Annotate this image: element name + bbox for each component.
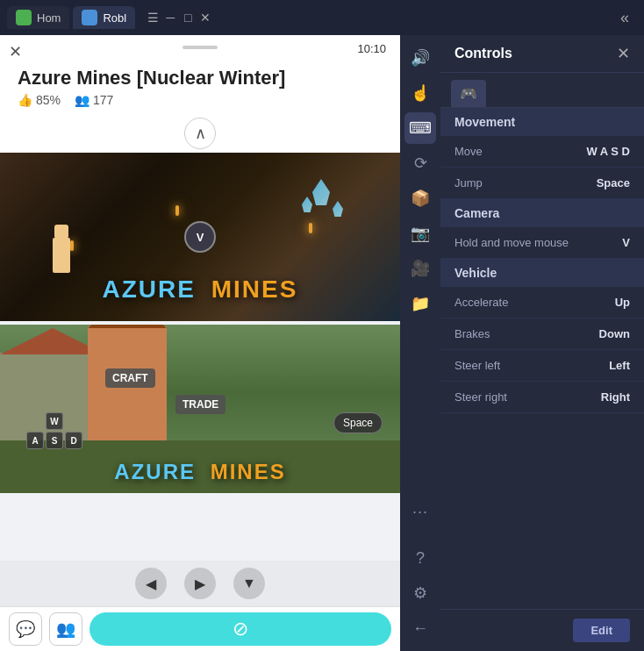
maximize-button[interactable]: □ [181, 11, 195, 25]
craft-label: CRAFT [105, 368, 155, 388]
rating-value: 85% [36, 93, 61, 107]
bottom-bar: 💬 👥 ⊘ [0, 606, 400, 651]
jump-control-row: Jump Space [440, 168, 644, 199]
camera-section-header: Camera [440, 199, 644, 227]
play-bar-icon: ⊘ [233, 618, 248, 640]
jump-label: Jump [454, 176, 483, 190]
main-layout: ✕ 10:10 Azure Mines [Nuclear Winter] 👍 8… [0, 35, 644, 651]
volume-button[interactable]: 🔊 [404, 42, 436, 74]
accelerate-label: Accelerate [454, 296, 508, 309]
apk-button[interactable]: 📦 [404, 182, 436, 214]
close-window-button[interactable]: ✕ [198, 11, 212, 25]
forward-button[interactable]: ▼ [233, 568, 265, 599]
help-button[interactable]: ? [404, 542, 436, 574]
controls-panel: Controls ✕ 🎮 Movement Move W A S D Jump … [440, 35, 644, 651]
move-key: W A S D [586, 145, 630, 158]
azure-mines-logo-1: AZURE MINES [103, 275, 298, 304]
minimize-button[interactable]: ─ [163, 11, 177, 25]
camera-key: V [622, 236, 630, 249]
brakes-key: Down [599, 327, 630, 340]
tab-home[interactable]: Hom [7, 6, 69, 29]
settings-button[interactable]: ⚙ [404, 577, 436, 609]
players-icon: 👥 [75, 93, 89, 107]
rating-stat: 👍 85% [18, 93, 61, 107]
controls-title: Controls [454, 46, 512, 61]
space-key: Space [333, 412, 383, 433]
movement-section-header: Movement [440, 108, 644, 136]
accelerate-key: Up [615, 296, 630, 309]
keyboard-button[interactable]: ⌨ [404, 112, 436, 144]
roblox-tab-label: Robl [103, 11, 126, 25]
left-panel: ✕ 10:10 Azure Mines [Nuclear Winter] 👍 8… [0, 35, 400, 651]
game-info-header: ✕ 10:10 Azure Mines [Nuclear Winter] 👍 8… [0, 35, 400, 114]
users-button[interactable]: 👥 [49, 612, 82, 646]
screenshot-2: CRAFT TRADE Space W A S D AZURE [0, 325, 400, 493]
play-button[interactable]: ▶ [184, 568, 216, 599]
camera-button[interactable]: 📷 [404, 218, 436, 249]
s-key: S [46, 432, 63, 449]
screenshots-area: V AZURE MINES [0, 153, 400, 561]
screenshot-1-overlay: AZURE MINES [0, 153, 400, 321]
brakes-label: Brakes [454, 327, 490, 340]
play-bar[interactable]: ⊘ [89, 612, 391, 646]
folder-button[interactable]: 📁 [404, 288, 436, 319]
wasd-bottom-row: A S D [26, 432, 82, 449]
vehicle-section-header: Vehicle [440, 259, 644, 287]
menu-button[interactable]: ☰ [146, 11, 160, 25]
trade-label: TRADE [175, 395, 225, 414]
chat-button[interactable]: 💬 [9, 612, 42, 646]
steer-right-key: Right [601, 390, 630, 404]
roblox-tab-icon [82, 10, 97, 25]
rotate-button[interactable]: ⟳ [404, 147, 436, 179]
tab-roblox[interactable]: Robl [73, 6, 135, 29]
w-key: W [46, 412, 63, 430]
azure-text-1: AZURE [103, 275, 196, 303]
steer-left-control-row: Steer left Left [440, 350, 644, 382]
back-button[interactable]: ← [404, 612, 436, 644]
up-arrow-icon: ∧ [195, 124, 206, 143]
building-2-roof [88, 325, 167, 328]
steer-right-control-row: Steer right Right [440, 382, 644, 413]
players-value: 177 [93, 93, 113, 107]
move-control-row: Move W A S D [440, 136, 644, 168]
close-button[interactable]: ✕ [9, 42, 22, 61]
steer-right-label: Steer right [454, 390, 507, 404]
players-stat: 👥 177 [75, 93, 113, 107]
move-label: Move [454, 145, 483, 158]
mines-text-2: MINES [211, 460, 286, 483]
rewind-button[interactable]: ◀ [135, 568, 167, 599]
camera-label: Hold and move mouse [454, 236, 569, 249]
scroll-indicator [182, 46, 218, 49]
gamepad-tab[interactable]: 🎮 [451, 80, 486, 107]
collapse-button[interactable]: « [612, 5, 637, 30]
screenshot-1: V AZURE MINES [0, 153, 400, 321]
time-display: 10:10 [357, 42, 386, 55]
camera-control-row: Hold and move mouse V [440, 227, 644, 259]
controls-header: Controls ✕ [440, 35, 644, 73]
window-controls: ☰ ─ □ ✕ [146, 11, 212, 25]
accelerate-control-row: Accelerate Up [440, 287, 644, 318]
azure-text-2: AZURE [114, 460, 196, 483]
touch-button[interactable]: ☝ [404, 77, 436, 109]
home-tab-label: Hom [37, 11, 61, 25]
thumbs-icon: 👍 [18, 93, 32, 107]
controls-tabs: 🎮 [440, 73, 644, 108]
edit-button[interactable]: Edit [573, 619, 630, 642]
home-tab-icon [16, 10, 32, 25]
jump-key: Space [597, 176, 630, 190]
a-key: A [26, 432, 44, 449]
scroll-up-button[interactable]: ∧ [184, 118, 216, 149]
steer-left-key: Left [609, 359, 630, 372]
close-controls-button[interactable]: ✕ [617, 44, 630, 63]
top-bar: Hom Robl ☰ ─ □ ✕ « [0, 0, 644, 35]
brakes-control-row: Brakes Down [440, 318, 644, 350]
controls-footer: Edit [440, 609, 644, 651]
steer-left-label: Steer left [454, 359, 500, 372]
wasd-top-row: W [26, 412, 82, 430]
scroll-up-area: ∧ [0, 114, 400, 153]
mines-text-1: MINES [211, 275, 298, 303]
d-key: D [65, 432, 82, 449]
video-button[interactable]: 🎥 [404, 253, 436, 284]
wasd-group: W A S D [26, 412, 82, 449]
azure-mines-logo-2: AZURE MINES [114, 460, 285, 484]
